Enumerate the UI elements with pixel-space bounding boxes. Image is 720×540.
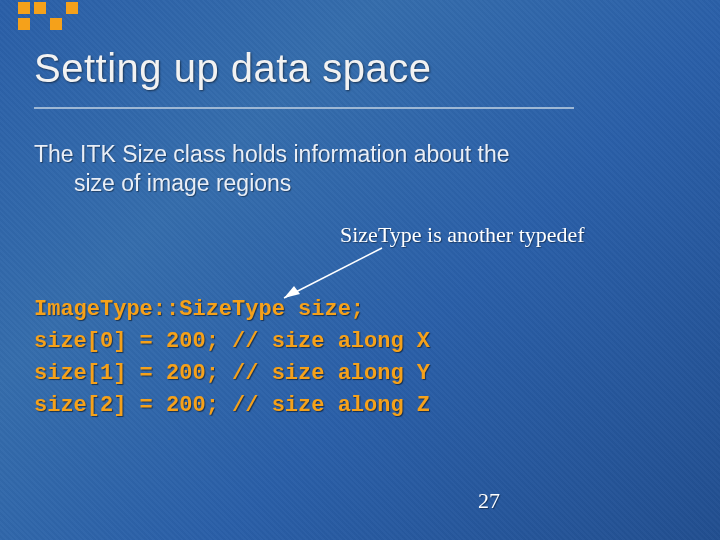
page-number: 27 <box>478 488 500 514</box>
body-line-2: size of image regions <box>34 169 680 198</box>
body-line-1: The ITK Size class holds information abo… <box>34 141 510 167</box>
code-block: ImageType::SizeType size; size[0] = 200;… <box>34 294 430 422</box>
square-icon <box>18 18 30 30</box>
title-underline <box>34 107 574 109</box>
annotation-text: SizeType is another typedef <box>340 222 585 248</box>
slide: Setting up data space The ITK Size class… <box>0 0 720 540</box>
code-line-1: ImageType::SizeType size; <box>34 297 364 322</box>
code-line-3: size[1] = 200; // size along Y <box>34 361 430 386</box>
square-icon <box>66 2 78 14</box>
square-icon <box>18 2 30 14</box>
svg-line-0 <box>284 248 382 298</box>
square-icon <box>34 2 46 14</box>
code-line-2: size[0] = 200; // size along X <box>34 329 430 354</box>
code-line-4: size[2] = 200; // size along Z <box>34 393 430 418</box>
slide-title: Setting up data space <box>34 46 431 91</box>
square-icon <box>50 18 62 30</box>
body-text: The ITK Size class holds information abo… <box>34 140 680 198</box>
